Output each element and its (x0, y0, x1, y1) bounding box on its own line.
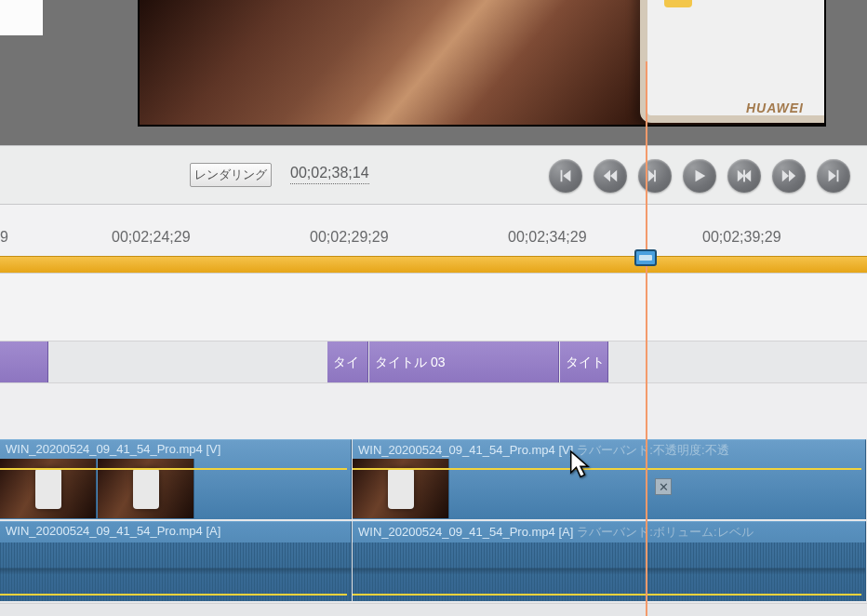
playhead-handle[interactable] (634, 249, 657, 266)
timeline-toolbar: レンダリング 00;02;38;14 (0, 145, 867, 205)
preview-area: HUAWEI (0, 0, 867, 145)
rubber-band-line[interactable] (0, 468, 347, 470)
device-brand-label: HUAWEI (746, 100, 804, 115)
title-track[interactable]: タイ タイトル 03 タイト (0, 341, 867, 383)
track-gap (0, 383, 867, 439)
clip-label: WIN_20200524_09_41_54_Pro.mp4 [A]ラバーバンド:… (358, 524, 754, 541)
rubber-band-line[interactable] (353, 594, 861, 596)
play-button[interactable] (683, 159, 716, 193)
title-clip[interactable]: タイト (560, 341, 608, 382)
clip-label: WIN_20200524_09_41_54_Pro.mp4 [V]ラバーバンド:… (358, 442, 729, 459)
transport-controls (549, 159, 850, 193)
go-to-end-button[interactable] (817, 159, 850, 193)
ruler-tick: 00;02;29;29 (310, 229, 389, 246)
close-icon[interactable]: ✕ (655, 478, 672, 495)
clip-label: WIN_20200524_09_41_54_Pro.mp4 [V] (6, 442, 224, 456)
time-ruler[interactable]: 9 00;02;24;29 00;02;29;29 00;02;34;29 00… (0, 205, 867, 274)
ruler-tick: 00;02;24;29 (112, 229, 191, 246)
step-back-button[interactable] (638, 159, 672, 193)
video-clip[interactable]: WIN_20200524_09_41_54_Pro.mp4 [V]ラバーバンド:… (353, 439, 866, 519)
rubber-band-line[interactable] (353, 468, 861, 470)
timeline-tracks: タイ タイトル 03 タイト WIN_20200524_09_41_54_Pro… (0, 274, 867, 616)
title-clip[interactable]: タイトル 03 (369, 341, 559, 382)
panel-stub (0, 0, 43, 35)
audio-clip[interactable]: WIN_20200524_09_41_54_Pro.mp4 [A] (0, 521, 352, 601)
previous-button[interactable] (594, 159, 627, 193)
audio-track[interactable]: WIN_20200524_09_41_54_Pro.mp4 [A] WIN_20… (0, 521, 867, 603)
track-gap (0, 274, 867, 341)
step-forward-button[interactable] (727, 159, 761, 193)
title-clip[interactable] (0, 341, 48, 382)
ruler-tick: 9 (0, 229, 8, 246)
waveform (353, 542, 865, 601)
audio-clip[interactable]: WIN_20200524_09_41_54_Pro.mp4 [A]ラバーバンド:… (353, 521, 866, 601)
work-area-bar[interactable] (0, 256, 867, 273)
render-button[interactable]: レンダリング (190, 163, 272, 187)
next-button[interactable] (772, 159, 806, 193)
track-gap (0, 603, 867, 616)
ruler-tick: 00;02;34;29 (508, 229, 587, 246)
ruler-tick: 00;02;39;29 (702, 229, 781, 246)
clip-label: WIN_20200524_09_41_54_Pro.mp4 [A] (6, 524, 224, 538)
title-clip[interactable]: タイ (327, 341, 368, 382)
video-track[interactable]: WIN_20200524_09_41_54_Pro.mp4 [V] WIN_20… (0, 439, 867, 521)
current-timecode[interactable]: 00;02;38;14 (290, 165, 369, 184)
video-clip[interactable]: WIN_20200524_09_41_54_Pro.mp4 [V] (0, 439, 352, 519)
program-monitor[interactable]: HUAWEI (138, 0, 826, 127)
go-to-start-button[interactable] (549, 159, 582, 193)
waveform (0, 542, 351, 601)
rubber-band-line[interactable] (0, 594, 347, 596)
